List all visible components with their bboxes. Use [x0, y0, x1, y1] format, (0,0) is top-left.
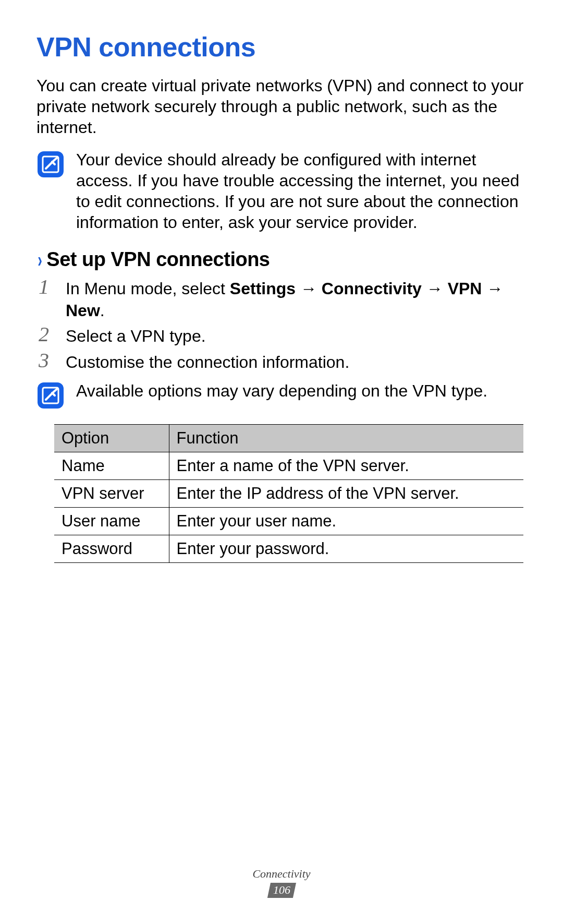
table-row: VPN server Enter the IP address of the V…	[54, 480, 523, 508]
page-footer: Connectivity 106	[0, 867, 563, 898]
step1-arrow3: →	[482, 279, 503, 298]
note-icon	[36, 381, 65, 410]
step1-bold1: Settings	[230, 279, 296, 298]
step-text: In Menu mode, select Settings → Connecti…	[66, 276, 527, 321]
step1-bold3: VPN	[448, 279, 482, 298]
step1-pre: In Menu mode, select	[66, 279, 230, 298]
step1-arrow2: →	[422, 279, 448, 298]
step1-arrow1: →	[296, 279, 322, 298]
step1-post: .	[100, 301, 105, 320]
step-number: 2	[39, 323, 55, 345]
options-table: Option Function Name Enter a name of the…	[54, 424, 523, 563]
table-row: Name Enter a name of the VPN server.	[54, 452, 523, 480]
table-cell-option: Password	[54, 535, 169, 563]
note-block: Your device should already be configured…	[36, 149, 527, 233]
table-header-option: Option	[54, 425, 169, 452]
footer-section-name: Connectivity	[0, 867, 563, 881]
table-cell-function: Enter your user name.	[169, 508, 523, 535]
page-number: 106	[267, 883, 296, 898]
table-cell-function: Enter your password.	[169, 535, 523, 563]
table-row: User name Enter your user name.	[54, 508, 523, 535]
table-cell-function: Enter a name of the VPN server.	[169, 452, 523, 480]
table-cell-option: VPN server	[54, 480, 169, 508]
table-row: Password Enter your password.	[54, 535, 523, 563]
page-content: VPN connections You can create virtual p…	[0, 0, 563, 563]
note-text: Available options may vary depending on …	[74, 380, 527, 401]
intro-paragraph: You can create virtual private networks …	[36, 75, 527, 138]
note-icon	[36, 150, 65, 178]
step-1: 1 In Menu mode, select Settings → Connec…	[39, 276, 527, 321]
chevron-right-icon: ›	[38, 249, 42, 270]
subsection-heading: › Set up VPN connections	[36, 248, 527, 271]
step-2: 2 Select a VPN type.	[39, 323, 527, 347]
table-cell-option: Name	[54, 452, 169, 480]
table-cell-function: Enter the IP address of the VPN server.	[169, 480, 523, 508]
step1-bold2: Connectivity	[322, 279, 422, 298]
table-header-row: Option Function	[54, 425, 523, 452]
step1-bold4: New	[66, 301, 100, 320]
step-3: 3 Customise the connection information.	[39, 350, 527, 374]
page-title: VPN connections	[36, 31, 527, 63]
note-block: Available options may vary depending on …	[36, 380, 527, 410]
subsection-title: Set up VPN connections	[46, 248, 270, 271]
step-number: 1	[39, 276, 55, 298]
note-text: Your device should already be configured…	[74, 149, 527, 233]
table-cell-option: User name	[54, 508, 169, 535]
table-header-function: Function	[169, 425, 523, 452]
step-text: Customise the connection information.	[66, 350, 527, 374]
step-number: 3	[39, 350, 55, 371]
step-text: Select a VPN type.	[66, 323, 527, 347]
